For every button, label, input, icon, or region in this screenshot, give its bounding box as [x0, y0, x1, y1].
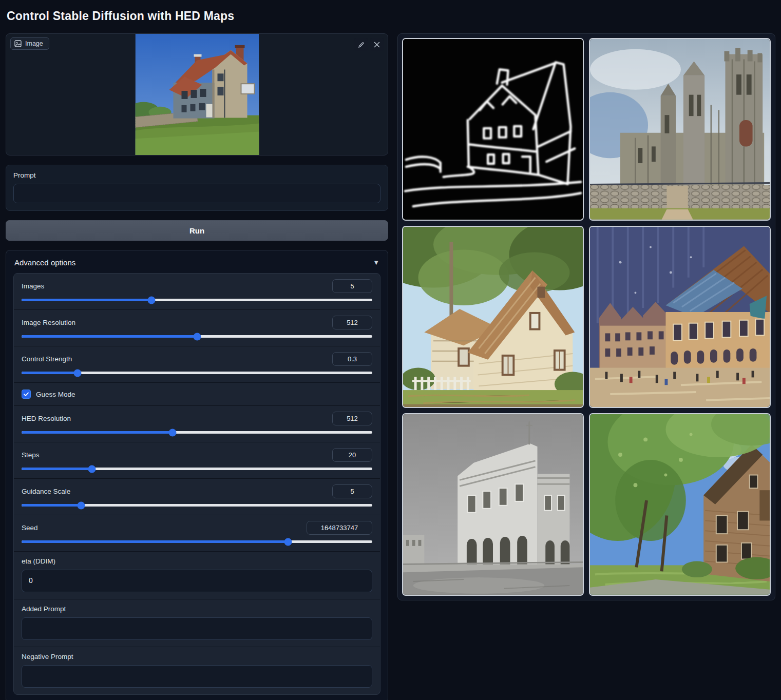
hed-resolution-value-input[interactable]: 512	[332, 412, 372, 425]
guess-mode-label: Guess Mode	[36, 391, 75, 398]
controls-column: Image	[6, 33, 388, 700]
eta-label: eta (DDIM)	[22, 557, 372, 565]
guidance-scale-slider[interactable]	[22, 504, 372, 507]
slider-row-hed-resolution: HED Resolution 512	[14, 405, 380, 442]
eta-row: eta (DDIM) 0	[14, 551, 380, 599]
slider-row-images: Images 5	[14, 274, 380, 309]
gallery-item-cathedral[interactable]	[589, 38, 771, 221]
hed-resolution-slider[interactable]	[22, 431, 372, 434]
seed-value-input[interactable]: 1648733747	[307, 521, 372, 535]
guidance-scale-value-input[interactable]: 5	[332, 484, 372, 498]
page-title: Control Stable Diffusion with HED Maps	[7, 9, 775, 23]
seed-label: Seed	[22, 524, 38, 532]
image-input[interactable]: Image	[6, 33, 388, 155]
slider-row-seed: Seed 1648733747	[14, 515, 380, 551]
uploaded-house-photo	[135, 34, 259, 155]
hed-resolution-label: HED Resolution	[22, 415, 71, 422]
control-strength-label: Control Strength	[22, 355, 72, 363]
image-resolution-label: Image Resolution	[22, 319, 75, 326]
control-strength-slider[interactable]	[22, 372, 372, 374]
gallery-item-grayscale-building[interactable]	[402, 413, 584, 596]
image-actions	[354, 38, 384, 51]
close-icon	[374, 42, 380, 48]
added-prompt-label: Added Prompt	[22, 605, 372, 613]
negative-prompt-label: Negative Prompt	[22, 653, 372, 660]
main-layout: Image	[6, 33, 775, 700]
eta-input[interactable]: 0	[22, 570, 372, 592]
negative-prompt-row: Negative Prompt	[14, 647, 380, 694]
clear-image-button[interactable]	[370, 38, 384, 51]
slider-row-guidance-scale: Guidance Scale 5	[14, 478, 380, 515]
added-prompt-input[interactable]	[22, 617, 372, 640]
images-slider[interactable]	[22, 299, 372, 301]
advanced-options-accordion: Advanced options ▼ Images 5 Image Resolu…	[6, 250, 388, 700]
seed-slider[interactable]	[22, 540, 372, 543]
checkmark-icon	[23, 391, 29, 397]
guess-mode-checkbox[interactable]	[22, 390, 31, 399]
pencil-icon	[358, 42, 365, 48]
steps-slider[interactable]	[22, 468, 372, 470]
images-label: Images	[22, 282, 44, 290]
gallery-item-cottage-painting[interactable]	[402, 226, 584, 409]
image-input-label: Image	[10, 37, 49, 50]
gallery-item-impressionist-painting[interactable]	[589, 226, 771, 409]
advanced-options-header[interactable]: Advanced options ▼	[13, 257, 380, 273]
prompt-label: Prompt	[13, 171, 380, 179]
advanced-options-form: Images 5 Image Resolution 512	[13, 273, 380, 695]
negative-prompt-input[interactable]	[22, 665, 372, 688]
steps-label: Steps	[22, 451, 40, 459]
image-resolution-slider[interactable]	[22, 335, 372, 338]
slider-row-image-resolution: Image Resolution 512	[14, 309, 380, 346]
slider-row-control-strength: Control Strength 0.3	[14, 346, 380, 382]
run-button[interactable]: Run	[6, 220, 388, 241]
edit-image-button[interactable]	[354, 38, 368, 51]
image-icon	[14, 40, 22, 47]
prompt-block: Prompt	[6, 165, 388, 211]
guess-mode-checkbox-row[interactable]: Guess Mode	[14, 382, 380, 405]
steps-value-input[interactable]: 20	[332, 448, 372, 462]
control-strength-value-input[interactable]: 0.3	[332, 352, 372, 366]
slider-row-steps: Steps 20	[14, 442, 380, 478]
image-resolution-value-input[interactable]: 512	[332, 316, 372, 329]
collapse-arrow-icon: ▼	[373, 259, 379, 266]
prompt-input[interactable]	[13, 184, 380, 203]
gallery-item-hed-edge-map[interactable]	[402, 38, 584, 221]
gallery-item-brick-house[interactable]	[589, 413, 771, 596]
added-prompt-row: Added Prompt	[14, 599, 380, 647]
gallery-grid	[402, 38, 771, 596]
guidance-scale-label: Guidance Scale	[22, 488, 70, 495]
advanced-options-title: Advanced options	[14, 258, 75, 267]
result-gallery	[397, 33, 775, 600]
images-value-input[interactable]: 5	[332, 279, 372, 293]
